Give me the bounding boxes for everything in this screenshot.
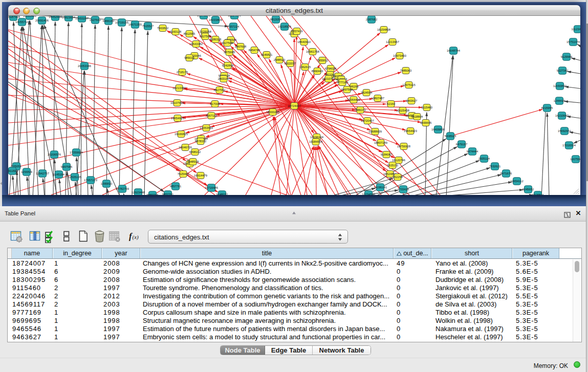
cell-pagerank[interactable]: 5.3E-5 — [516, 333, 559, 341]
tab-node-table[interactable]: Node Table — [221, 346, 265, 355]
cell-out_degree[interactable]: 0 — [397, 268, 431, 276]
column-header-title[interactable]: title — [141, 248, 394, 258]
table-row[interactable]: 1938455462009Genome-wide association stu… — [8, 268, 581, 276]
graph-edge[interactable] — [294, 36, 297, 106]
cell-year[interactable]: 1998 — [103, 317, 140, 325]
table-row[interactable]: 969969511998Structural magnetic resonanc… — [8, 317, 581, 325]
cell-title[interactable]: Changes of HCN gene expression and I(f) … — [143, 259, 393, 268]
table-settings-button[interactable] — [9, 229, 23, 243]
panel-collapse-arrow-icon[interactable] — [0, 178, 2, 182]
column-header-name[interactable]: name — [12, 248, 53, 258]
graph-edge[interactable] — [577, 45, 580, 46]
table-row[interactable]: 2242004622012Investigating the contribut… — [8, 292, 581, 300]
network-canvas[interactable]: 1618792814055714106354282069140618452916… — [8, 16, 580, 195]
trash-button[interactable] — [93, 229, 106, 243]
table-row[interactable]: 946554611997Estimation of the future num… — [8, 325, 581, 333]
function-button[interactable]: f (x) — [127, 229, 141, 243]
graph-edge[interactable] — [418, 182, 512, 195]
graph-edge[interactable] — [429, 190, 524, 195]
graph-edge[interactable] — [574, 140, 580, 143]
cell-year[interactable]: 1997 — [103, 333, 140, 341]
graph-edge[interactable] — [8, 106, 294, 169]
graph-edge[interactable] — [27, 177, 29, 195]
right-scroll-strip[interactable] — [586, 0, 588, 372]
cell-short[interactable]: Dudbridge et al. (2008) — [435, 276, 512, 284]
cell-out_degree[interactable]: 0 — [397, 300, 431, 309]
cell-name[interactable]: 9463627 — [12, 333, 52, 341]
table-row[interactable]: 1456911722003Disruption of a novel membe… — [8, 300, 581, 309]
cell-pagerank[interactable]: 5.3E-5 — [516, 317, 559, 325]
graph-edge[interactable] — [318, 146, 351, 195]
cell-pagerank[interactable]: 5.9E-5 — [516, 276, 559, 284]
cell-short[interactable]: Hescheler et al. (1997) — [435, 333, 512, 341]
column-header-out_degree[interactable]: out_de... — [394, 248, 431, 258]
cell-year[interactable]: 2003 — [103, 300, 140, 309]
graph-edge[interactable] — [571, 58, 580, 60]
cell-short[interactable]: Nakamura et al. (1997) — [435, 325, 512, 333]
cell-pagerank[interactable]: 5.3E-5 — [516, 309, 559, 317]
graph-edge[interactable] — [59, 180, 61, 195]
cell-pagerank[interactable]: 5.5E-5 — [516, 292, 559, 300]
graph-edge[interactable] — [246, 106, 294, 195]
graph-edge[interactable] — [541, 112, 546, 195]
cell-short[interactable]: de Silva et al. (2003) — [435, 300, 512, 309]
cell-in_degree[interactable]: 1 — [54, 309, 101, 317]
cell-title[interactable]: Estimation of the future numbers of pati… — [143, 325, 393, 333]
cell-year[interactable]: 2008 — [103, 276, 140, 284]
graph-edge[interactable] — [547, 113, 549, 195]
table-row[interactable]: 1830029562008Estimation of significance … — [8, 276, 581, 284]
cell-pagerank[interactable]: 5.3E-5 — [516, 325, 559, 333]
cell-name[interactable]: 9465546 — [12, 325, 52, 333]
cell-title[interactable]: Tourette syndrome. Phenomenology and cla… — [143, 284, 393, 292]
cell-pagerank[interactable]: 5.6E-5 — [516, 268, 559, 276]
cell-short[interactable]: Jankovic et al. (1997) — [435, 284, 512, 292]
tab-edge-table[interactable]: Edge Table — [265, 346, 313, 355]
cell-in_degree[interactable]: 6 — [54, 276, 101, 284]
graph-edge[interactable] — [564, 86, 580, 89]
cell-title[interactable]: Genome-wide association studies in ADHD. — [143, 268, 393, 276]
cell-year[interactable]: 1997 — [103, 284, 140, 292]
cell-pagerank[interactable]: 5.3E-5 — [516, 300, 559, 309]
graph-edge[interactable] — [13, 176, 14, 195]
table-row[interactable]: 1872400712008Changes of HCN gene express… — [8, 259, 581, 268]
cell-out_degree[interactable]: 0 — [397, 309, 431, 317]
table-scrollbar-thumb[interactable] — [575, 261, 579, 272]
cell-name[interactable]: 19384554 — [12, 268, 52, 276]
graph-edge[interactable] — [294, 106, 328, 195]
rows-button[interactable] — [59, 229, 73, 243]
tab-network-table[interactable]: Network Table — [313, 346, 371, 355]
graph-edge[interactable] — [8, 106, 294, 110]
cell-out_degree[interactable]: 0 — [397, 276, 431, 284]
cell-short[interactable]: Stergiakouli et al. (2012) — [435, 292, 512, 300]
graph-edge[interactable] — [292, 146, 314, 195]
cell-name[interactable]: 9699695 — [12, 317, 52, 325]
cell-name[interactable]: 9777169 — [12, 309, 52, 317]
cell-name[interactable]: 18300295 — [12, 276, 52, 284]
cell-in_degree[interactable]: 6 — [54, 268, 101, 276]
cell-title[interactable]: Disruption of a novel member of a sodium… — [143, 300, 393, 309]
column-header-in_degree[interactable]: in_degree — [53, 248, 102, 258]
cell-in_degree[interactable]: 2 — [54, 284, 101, 292]
cell-in_degree[interactable]: 2 — [54, 300, 101, 309]
graph-edge[interactable] — [407, 174, 502, 195]
cell-title[interactable]: Investigating the contribution of common… — [143, 292, 393, 300]
cell-in_degree[interactable]: 1 — [54, 259, 101, 268]
cell-out_degree[interactable]: 0 — [397, 317, 431, 325]
column-header-short[interactable]: short — [432, 248, 512, 258]
cell-year[interactable]: 2008 — [103, 259, 140, 268]
graph-edge[interactable] — [294, 106, 412, 116]
graph-edge[interactable] — [43, 179, 45, 195]
cell-name[interactable]: 14569117 — [12, 300, 52, 309]
cell-short[interactable]: Franke et al. (2009) — [435, 268, 512, 276]
cell-pagerank[interactable]: 5.3E-5 — [516, 284, 559, 292]
cell-year[interactable]: 1998 — [103, 309, 140, 317]
cell-in_degree[interactable]: 2 — [54, 292, 101, 300]
cell-short[interactable]: Tibbo et al. (1998) — [435, 309, 512, 317]
graph-edge[interactable] — [91, 185, 93, 195]
table-body[interactable]: 1872400712008Changes of HCN gene express… — [8, 259, 581, 342]
table-column-button[interactable] — [28, 229, 42, 243]
graph-edge[interactable] — [450, 110, 542, 136]
graph-edge[interactable] — [304, 146, 315, 195]
graph-edge[interactable] — [271, 106, 294, 195]
graph-edge[interactable] — [8, 84, 164, 192]
